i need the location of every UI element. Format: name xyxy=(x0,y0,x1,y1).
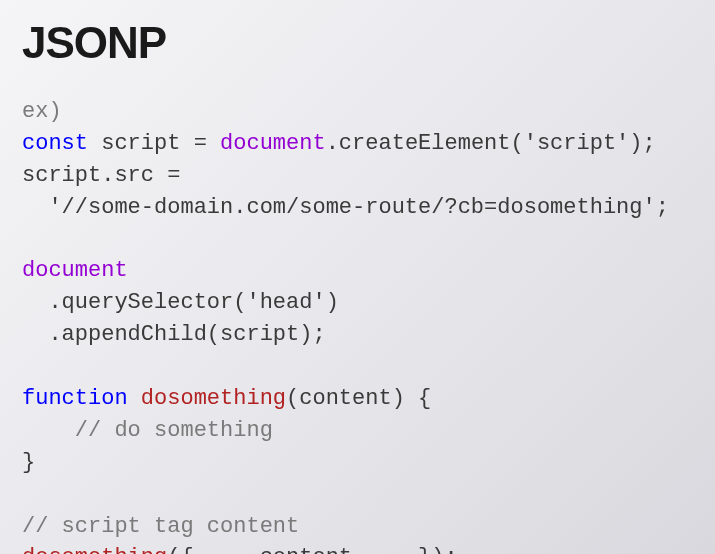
code-text: (content) { xyxy=(286,386,431,411)
code-line-8: .appendChild(script); xyxy=(22,322,326,347)
function-call: dosomething xyxy=(22,545,167,554)
function-name: dosomething xyxy=(141,386,286,411)
code-line-7: .querySelector('head') xyxy=(22,290,339,315)
code-example: ex) const script = document.createElemen… xyxy=(22,96,693,554)
slide-title: JSONP xyxy=(22,18,693,68)
code-line-3: script.src = xyxy=(22,163,180,188)
code-line-4: '//some-domain.com/some-route/?cb=dosome… xyxy=(22,195,669,220)
keyword-function: function xyxy=(22,386,128,411)
code-text: ({ ... content ... }); xyxy=(167,545,457,554)
code-text xyxy=(128,386,141,411)
comment-line: // do something xyxy=(22,418,273,443)
keyword-const: const xyxy=(22,131,88,156)
code-line-1: ex) xyxy=(22,99,62,124)
code-text: .createElement('script'); xyxy=(326,131,656,156)
identifier-document: document xyxy=(220,131,326,156)
identifier-document: document xyxy=(22,258,128,283)
code-line-12: } xyxy=(22,450,35,475)
code-text: script = xyxy=(88,131,220,156)
comment-line: // script tag content xyxy=(22,514,299,539)
